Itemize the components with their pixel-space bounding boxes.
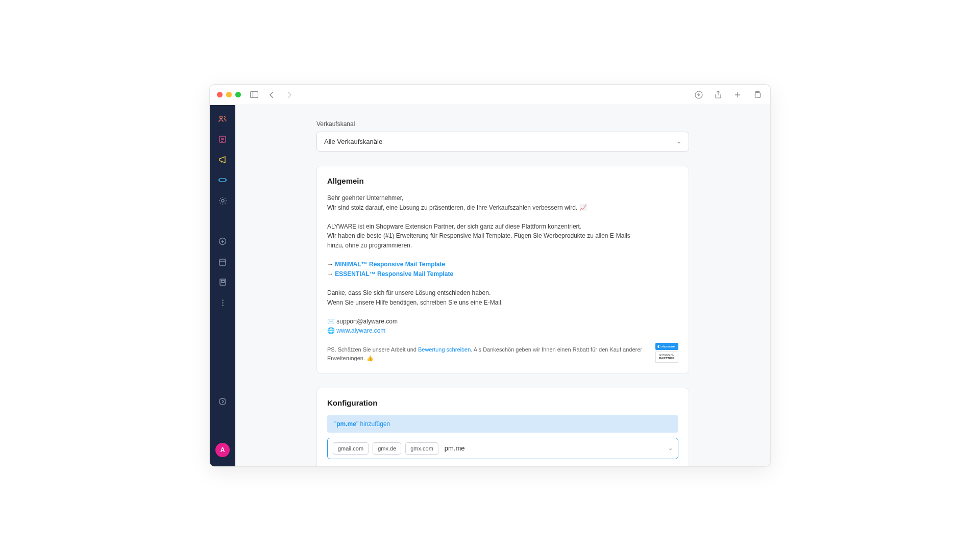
intro-text: Wir sind stolz darauf, eine Lösung zu pr… — [327, 203, 645, 213]
svg-rect-3 — [755, 93, 760, 98]
domain-input[interactable] — [443, 442, 664, 454]
svg-point-20 — [222, 305, 223, 306]
mail-icon: ✉️ — [327, 318, 335, 325]
svg-rect-0 — [251, 92, 258, 98]
svg-point-4 — [220, 116, 223, 119]
shop-icon[interactable] — [218, 257, 227, 266]
thanks2-text: Wenn Sie unsere Hilfe benötigen, schreib… — [327, 298, 645, 308]
domain-multiselect[interactable]: gmail.com gmx.de gmx.com ⌄ — [327, 438, 678, 459]
config-heading: Konfiguration — [327, 398, 678, 407]
extensions-icon[interactable] — [218, 176, 227, 185]
sales-channel-select[interactable]: Alle Verkaufskanäle ⌄ — [316, 132, 689, 152]
svg-rect-17 — [221, 281, 224, 283]
sidebar-toggle-icon[interactable] — [248, 89, 260, 101]
general-heading: Allgemein — [327, 177, 678, 185]
domain-tag[interactable]: gmail.com — [333, 442, 369, 455]
sales-channel-label: Verkaufskanal — [316, 120, 689, 128]
general-card: Allgemein Sehr geehrter Unternehmer, Wir… — [316, 166, 689, 373]
domain-tag[interactable]: gmx.com — [405, 442, 438, 455]
avatar[interactable]: A — [215, 443, 230, 457]
more-menu-icon[interactable] — [218, 298, 227, 307]
essential-template-link[interactable]: ESSENTIAL™ Responsive Mail Template — [335, 270, 453, 278]
review-link[interactable]: Bewertung schreiben — [418, 346, 471, 353]
sidebar: A — [210, 105, 235, 466]
titlebar — [210, 85, 770, 105]
add-suggestion-option[interactable]: "pm.me" hinzufügen — [327, 415, 678, 433]
add-icon[interactable] — [218, 237, 227, 246]
marketing-icon[interactable] — [218, 155, 227, 164]
shopware-badge-top: ◐shopware — [655, 343, 678, 350]
catalogues-icon[interactable] — [218, 278, 227, 287]
para1-text: ALYWARE ist ein Shopware Extension Partn… — [327, 222, 645, 232]
settings-icon[interactable] — [218, 196, 227, 205]
maximize-window-button[interactable] — [235, 92, 241, 97]
ps-text: PS. Schätzen Sie unsere Arbeit und Bewer… — [327, 345, 645, 363]
download-icon[interactable] — [693, 89, 705, 101]
support-email: support@alyware.com — [336, 318, 398, 325]
config-card: Konfiguration "pm.me" hinzufügen gmail.c… — [316, 388, 689, 466]
minimal-template-link[interactable]: MINIMAL™ Responsive Mail Template — [335, 261, 445, 268]
minimize-window-button[interactable] — [226, 92, 232, 97]
chevron-down-icon: ⌄ — [677, 138, 681, 145]
svg-point-14 — [222, 199, 224, 202]
shopware-badge-bottom: EXTENSIONPARTNER — [655, 352, 678, 362]
partner-badge: ◐shopware EXTENSIONPARTNER — [655, 343, 678, 362]
svg-point-21 — [219, 398, 226, 405]
website-link[interactable]: www.alyware.com — [336, 327, 385, 334]
globe-icon: 🌐 — [327, 327, 335, 334]
app-window: A Verkaufskanal Alle Verkaufskanäle ⌄ Al… — [209, 84, 771, 467]
svg-point-19 — [222, 302, 223, 303]
svg-point-18 — [222, 299, 223, 300]
collapse-icon[interactable] — [218, 397, 227, 406]
para2-text: Wir haben die beste (#1) Erweiterung für… — [327, 231, 645, 250]
svg-rect-9 — [219, 179, 226, 182]
thanks1-text: Danke, dass Sie sich für unsere Lösung e… — [327, 288, 645, 298]
back-button[interactable] — [265, 89, 278, 101]
new-tab-icon[interactable] — [731, 89, 744, 101]
chevron-down-icon: ⌄ — [668, 445, 673, 452]
customers-icon[interactable] — [218, 114, 227, 123]
close-window-button[interactable] — [217, 92, 223, 97]
forward-button[interactable] — [283, 89, 295, 101]
sales-channel-value: Alle Verkaufskanäle — [324, 138, 382, 145]
content-area: Verkaufskanal Alle Verkaufskanäle ⌄ Allg… — [235, 105, 770, 466]
content-icon[interactable] — [218, 135, 227, 144]
tabs-icon[interactable] — [751, 89, 763, 101]
traffic-lights — [217, 92, 241, 97]
greeting-text: Sehr geehrter Unternehmer, — [327, 193, 645, 203]
domain-tag[interactable]: gmx.de — [373, 442, 401, 455]
share-icon[interactable] — [712, 89, 724, 101]
